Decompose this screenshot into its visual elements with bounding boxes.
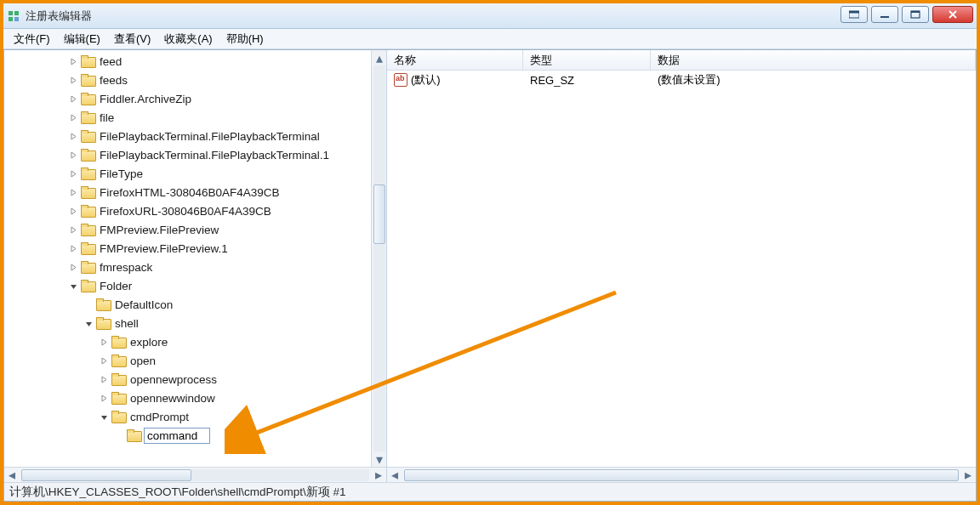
tree-node-label: shell xyxy=(113,317,140,330)
tree-node[interactable]: FirefoxURL-308046B0AF4A39CB xyxy=(4,201,386,220)
chevron-right-icon[interactable] xyxy=(67,93,79,105)
svg-rect-5 xyxy=(849,11,859,14)
tree-node[interactable]: cmdPrompt xyxy=(4,407,386,426)
chevron-right-icon[interactable] xyxy=(67,242,79,254)
tree-node[interactable]: open xyxy=(4,351,386,370)
folder-icon xyxy=(111,411,125,423)
tree-node[interactable]: feeds xyxy=(4,71,386,89)
tree-hscrollbar[interactable]: ◂ ▸ xyxy=(4,467,386,482)
list-row[interactable]: (默认) REG_SZ (数值未设置) xyxy=(387,71,976,89)
chevron-right-icon[interactable] xyxy=(67,130,79,142)
tree-node[interactable]: Fiddler.ArchiveZip xyxy=(4,89,386,108)
window-controls xyxy=(840,6,973,23)
extra-button[interactable] xyxy=(840,6,868,23)
folder-icon xyxy=(81,149,94,161)
cell-type: REG_SZ xyxy=(523,74,651,87)
folder-icon xyxy=(81,224,94,235)
scroll-thumb[interactable] xyxy=(21,469,191,481)
tree-node[interactable]: opennewwindow xyxy=(4,389,386,407)
menu-view[interactable]: 查看(V) xyxy=(107,29,157,48)
tree-node-label: Fiddler.ArchiveZip xyxy=(98,93,193,105)
chevron-right-icon[interactable] xyxy=(67,261,79,273)
svg-rect-8 xyxy=(911,11,920,13)
folder-icon xyxy=(81,280,94,292)
chevron-right-icon[interactable] xyxy=(67,111,79,123)
window-title: 注册表编辑器 xyxy=(26,9,973,24)
tree-node[interactable]: shell xyxy=(4,314,386,332)
tree-node[interactable]: FirefoxHTML-308046B0AF4A39CB xyxy=(4,183,386,201)
scroll-track[interactable] xyxy=(21,469,369,481)
menu-help[interactable]: 帮助(H) xyxy=(219,29,271,48)
chevron-right-icon[interactable] xyxy=(67,224,79,235)
statusbar: 计算机\HKEY_CLASSES_ROOT\Folder\shell\cmdPr… xyxy=(4,482,976,501)
value-name-text: (默认) xyxy=(411,72,441,88)
menu-favorites[interactable]: 收藏夹(A) xyxy=(157,29,219,48)
string-value-icon xyxy=(394,73,407,87)
menu-edit[interactable]: 编辑(E) xyxy=(57,29,107,48)
tree-node-label: FileType xyxy=(98,167,145,180)
scroll-down-icon[interactable]: ▾ xyxy=(372,451,387,467)
tree-node[interactable]: fmrespack xyxy=(4,258,386,276)
tree-node-label: opennewwindow xyxy=(128,392,217,405)
chevron-right-icon[interactable] xyxy=(67,205,79,217)
tree-vscrollbar[interactable]: ▴ ▾ xyxy=(371,50,386,467)
menu-file[interactable]: 文件(F) xyxy=(7,29,57,48)
chevron-down-icon[interactable] xyxy=(98,411,110,423)
tree-node[interactable]: FMPreview.FilePreview xyxy=(4,220,386,239)
chevron-right-icon[interactable] xyxy=(67,55,79,67)
tree-node[interactable]: file xyxy=(4,108,386,127)
chevron-right-icon[interactable] xyxy=(98,373,110,385)
list-hscrollbar[interactable]: ◂ ▸ xyxy=(387,467,976,482)
folder-icon xyxy=(111,373,125,385)
scroll-right-icon[interactable]: ▸ xyxy=(960,468,976,483)
tree-node[interactable]: FileType xyxy=(4,164,386,183)
scroll-thumb[interactable] xyxy=(373,184,385,244)
chevron-right-icon[interactable] xyxy=(98,336,110,348)
column-header-data[interactable]: 数据 xyxy=(651,50,976,70)
tree-node[interactable] xyxy=(4,426,386,445)
chevron-down-icon[interactable] xyxy=(67,280,79,292)
tree-node-edit-input[interactable] xyxy=(144,428,210,444)
column-header-name[interactable]: 名称 xyxy=(387,50,523,70)
tree-node[interactable]: FilePlaybackTerminal.FilePlaybackTermina… xyxy=(4,145,386,164)
folder-icon xyxy=(111,355,125,366)
column-header-type[interactable]: 类型 xyxy=(523,50,651,70)
scroll-left-icon[interactable]: ◂ xyxy=(387,468,402,483)
tree-node[interactable]: explore xyxy=(4,332,386,351)
chevron-right-icon[interactable] xyxy=(98,392,110,404)
cell-name: (默认) xyxy=(387,72,523,88)
scroll-track[interactable] xyxy=(404,469,959,481)
minimize-button[interactable] xyxy=(871,6,898,23)
tree-node[interactable]: FMPreview.FilePreview.1 xyxy=(4,239,386,258)
list-body[interactable]: (默认) REG_SZ (数值未设置) xyxy=(387,71,976,467)
close-button[interactable] xyxy=(932,6,973,23)
folder-icon xyxy=(81,74,94,86)
chevron-right-icon[interactable] xyxy=(67,167,79,179)
scroll-right-icon[interactable]: ▸ xyxy=(371,468,386,483)
tree-node[interactable]: feed xyxy=(4,52,386,71)
tree-node[interactable]: DefaultIcon xyxy=(4,295,386,314)
folder-icon xyxy=(111,336,125,348)
titlebar[interactable]: 注册表编辑器 xyxy=(3,3,977,29)
tree-node-label: FilePlaybackTerminal.FilePlaybackTermina… xyxy=(98,130,322,143)
app-icon xyxy=(7,9,20,23)
split-panes: feedfeedsFiddler.ArchiveZipfileFilePlayb… xyxy=(4,50,976,482)
menubar: 文件(F) 编辑(E) 查看(V) 收藏夹(A) 帮助(H) xyxy=(3,29,977,49)
svg-rect-6 xyxy=(880,16,889,18)
scroll-left-icon[interactable]: ◂ xyxy=(4,468,20,483)
tree-scroll[interactable]: feedfeedsFiddler.ArchiveZipfileFilePlayb… xyxy=(4,50,386,467)
tree-node-label: FMPreview.FilePreview xyxy=(98,224,220,236)
scroll-track[interactable] xyxy=(373,65,385,451)
chevron-right-icon[interactable] xyxy=(67,74,79,86)
tree-node[interactable]: FilePlaybackTerminal.FilePlaybackTermina… xyxy=(4,127,386,145)
chevron-right-icon[interactable] xyxy=(98,355,110,366)
tree-node[interactable]: opennewprocess xyxy=(4,370,386,389)
maximize-button[interactable] xyxy=(902,6,929,23)
tree-node-label: FirefoxHTML-308046B0AF4A39CB xyxy=(98,186,282,199)
chevron-right-icon[interactable] xyxy=(67,149,79,161)
tree-node[interactable]: Folder xyxy=(4,276,386,295)
chevron-right-icon[interactable] xyxy=(67,186,79,198)
scroll-up-icon[interactable]: ▴ xyxy=(372,50,387,65)
chevron-down-icon[interactable] xyxy=(83,317,94,329)
scroll-thumb[interactable] xyxy=(404,469,959,481)
